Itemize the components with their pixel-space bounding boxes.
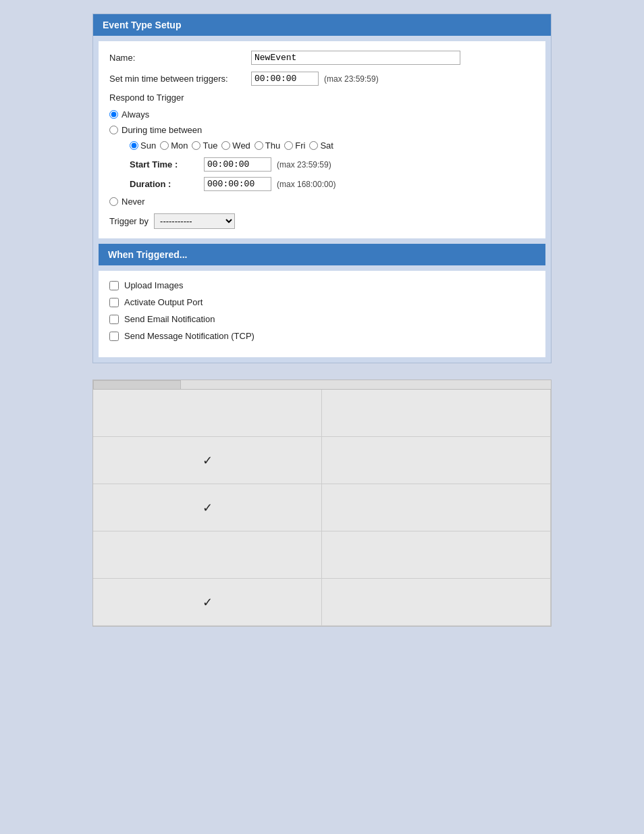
during-radio[interactable]	[109, 126, 118, 134]
cell-4-0: ✓	[93, 579, 322, 626]
send-email-row: Send Email Notification	[109, 314, 535, 324]
tue-radio[interactable]	[192, 141, 200, 150]
checkmark-1-0: ✓	[203, 453, 213, 468]
event-setup-body: Name: Set min time between triggers: (ma…	[99, 41, 545, 238]
send-message-checkbox[interactable]	[109, 332, 119, 341]
cell-0-1	[322, 390, 551, 437]
upload-images-label: Upload Images	[124, 280, 183, 290]
day-mon: Mon	[160, 140, 188, 151]
event-setup-title: Event Type Setup	[103, 20, 181, 30]
always-label[interactable]: Always	[122, 109, 149, 120]
second-panel-tab[interactable]	[93, 380, 181, 389]
cell-1-1	[322, 437, 551, 484]
cell-3-0	[93, 531, 322, 579]
sun-radio[interactable]	[130, 141, 138, 150]
wed-radio[interactable]	[221, 141, 230, 150]
never-radio-row: Never	[109, 197, 535, 207]
second-panel-content: ✓ ✓ ✓	[93, 390, 551, 626]
trigger-by-select[interactable]: -----------	[154, 213, 235, 229]
second-panel-top	[93, 380, 551, 390]
duration-hint: (max 168:00:00)	[277, 180, 336, 189]
day-fri: Fri	[284, 140, 305, 151]
name-row: Name:	[109, 51, 535, 65]
start-time-label: Start Time :	[130, 159, 204, 170]
upload-images-row: Upload Images	[109, 280, 535, 290]
days-row: Sun Mon Tue Wed Thu Fri	[130, 140, 535, 151]
always-radio[interactable]	[109, 110, 118, 119]
cell-1-0: ✓	[93, 437, 322, 484]
checkmark-2-0: ✓	[203, 500, 213, 515]
send-email-checkbox[interactable]	[109, 315, 119, 324]
trigger-by-label: Trigger by	[109, 216, 149, 226]
duration-input[interactable]	[204, 177, 271, 191]
trigger-by-row: Trigger by -----------	[109, 213, 535, 229]
name-input[interactable]	[251, 51, 460, 65]
min-time-hint: (max 23:59:59)	[324, 74, 379, 84]
day-wed: Wed	[221, 140, 250, 151]
duration-label: Duration :	[130, 179, 204, 189]
never-radio[interactable]	[109, 197, 118, 206]
never-label[interactable]: Never	[122, 197, 145, 207]
sat-radio[interactable]	[309, 141, 318, 150]
activate-output-row: Activate Output Port	[109, 297, 535, 307]
event-type-setup-panel: Event Type Setup Name: Set min time betw…	[92, 14, 552, 363]
always-radio-row: Always	[109, 109, 535, 120]
activate-output-checkbox[interactable]	[109, 298, 119, 307]
fri-label[interactable]: Fri	[295, 140, 305, 151]
tue-label[interactable]: Tue	[203, 140, 217, 151]
day-thu: Thu	[254, 140, 280, 151]
fri-radio[interactable]	[284, 141, 293, 150]
when-triggered-header: When Triggered...	[99, 244, 545, 265]
second-panel: ✓ ✓ ✓	[92, 380, 552, 627]
sat-label[interactable]: Sat	[320, 140, 333, 151]
when-triggered-body: Upload Images Activate Output Port Send …	[99, 271, 545, 357]
start-time-hint: (max 23:59:59)	[277, 160, 331, 170]
during-label[interactable]: During time between	[122, 125, 202, 135]
duration-row: Duration : (max 168:00:00)	[130, 177, 535, 191]
event-setup-header: Event Type Setup	[93, 14, 551, 36]
day-sun: Sun	[130, 140, 156, 151]
during-radio-row: During time between	[109, 125, 535, 135]
respond-trigger-label: Respond to Trigger	[109, 93, 535, 103]
cell-3-1	[322, 531, 551, 579]
day-tue: Tue	[192, 140, 217, 151]
day-sat: Sat	[309, 140, 333, 151]
cell-2-1	[322, 484, 551, 531]
upload-images-checkbox[interactable]	[109, 281, 119, 290]
start-time-row: Start Time : (max 23:59:59)	[130, 157, 535, 172]
thu-label[interactable]: Thu	[265, 140, 280, 151]
thu-radio[interactable]	[254, 141, 263, 150]
min-time-label: Set min time between triggers:	[109, 74, 251, 84]
send-message-label: Send Message Notification (TCP)	[124, 331, 254, 341]
activate-output-label: Activate Output Port	[124, 297, 203, 307]
min-time-input[interactable]	[251, 72, 319, 86]
cell-4-1	[322, 579, 551, 626]
when-triggered-title: When Triggered...	[108, 249, 187, 260]
cell-2-0: ✓	[93, 484, 322, 531]
sun-label[interactable]: Sun	[140, 140, 156, 151]
start-time-input[interactable]	[204, 157, 271, 172]
mon-label[interactable]: Mon	[171, 140, 188, 151]
cell-0-0	[93, 390, 322, 437]
checkmark-4-0: ✓	[203, 595, 213, 610]
send-email-label: Send Email Notification	[124, 314, 215, 324]
send-message-row: Send Message Notification (TCP)	[109, 331, 535, 341]
min-time-row: Set min time between triggers: (max 23:5…	[109, 72, 535, 86]
mon-radio[interactable]	[160, 141, 169, 150]
wed-label[interactable]: Wed	[232, 140, 250, 151]
name-label: Name:	[109, 53, 251, 63]
